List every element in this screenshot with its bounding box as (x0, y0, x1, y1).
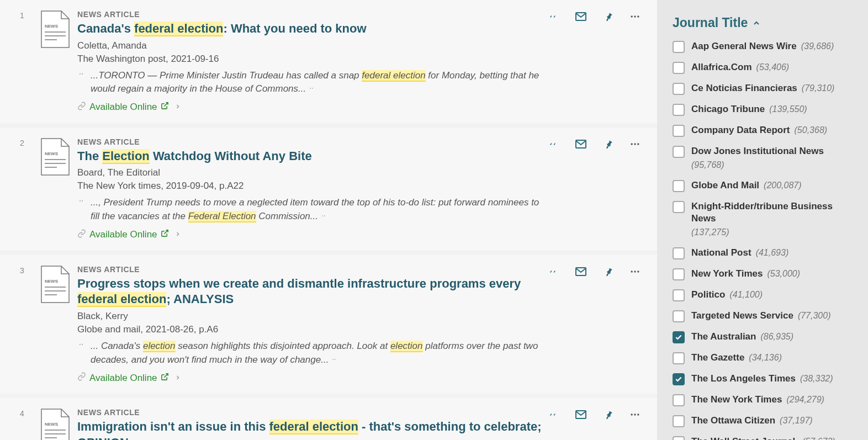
facet-checkbox[interactable] (673, 201, 685, 213)
facet-count: (37,197) (780, 415, 813, 427)
facet-checkbox[interactable] (673, 83, 685, 95)
facet-checkbox[interactable] (673, 146, 685, 158)
facet-label: Company Data Report (691, 124, 790, 136)
facet-row[interactable]: Allafrica.Com (53,406) (673, 61, 857, 74)
facet-row[interactable]: Knight-Ridder/tribune Business News (137… (673, 200, 857, 238)
facet-checkbox[interactable] (673, 373, 685, 385)
email-button[interactable] (574, 265, 588, 278)
pin-button[interactable] (603, 139, 614, 150)
cite-button[interactable] (547, 266, 559, 278)
facet-label: The Gazette (691, 352, 744, 364)
facet-checkbox[interactable] (673, 62, 685, 74)
cite-button[interactable] (547, 409, 559, 421)
result-title[interactable]: Progress stops when we create and disman… (77, 276, 547, 308)
result-type-icon: NEWS (33, 265, 77, 384)
facet-row[interactable]: Ce Noticias Financieras (79,310) (673, 82, 857, 95)
facet-checkbox[interactable] (673, 394, 685, 406)
available-online-link[interactable]: Available Online (77, 372, 547, 384)
facet-row[interactable]: The New York Times (294,279) (673, 394, 857, 406)
facet-row[interactable]: Chicago Tribune (139,550) (673, 103, 857, 116)
pin-button[interactable] (603, 266, 614, 277)
facet-checkbox[interactable] (673, 268, 685, 280)
facet-label: National Post (691, 247, 751, 259)
facet-row[interactable]: The Australian (86,935) (673, 331, 857, 343)
facet-label: Dow Jones Institutional News (691, 145, 824, 157)
email-button[interactable] (574, 408, 588, 421)
facet-checkbox[interactable] (673, 331, 685, 343)
facet-row[interactable]: Politico (41,100) (673, 289, 857, 301)
pin-button[interactable] (603, 409, 614, 420)
result-type-icon: NEWS (33, 137, 77, 241)
available-online-link[interactable]: Available Online (77, 229, 547, 241)
cite-button[interactable] (547, 138, 559, 150)
svg-point-26 (637, 271, 639, 272)
facet-row[interactable]: The Gazette (34,136) (673, 352, 857, 364)
chevron-right-icon (174, 373, 181, 384)
quote-close-icon (308, 83, 315, 94)
more-actions-button[interactable] (629, 409, 641, 420)
facet-checkbox[interactable] (673, 125, 685, 137)
facet-checkbox[interactable] (673, 180, 685, 192)
chevron-up-icon (752, 19, 761, 28)
facet-row[interactable]: Globe And Mail (200,087) (673, 179, 857, 192)
facet-row[interactable]: The Ottawa Citizen (37,197) (673, 415, 857, 427)
more-actions-button[interactable] (629, 11, 641, 22)
facet-checkbox[interactable] (673, 247, 685, 259)
result-title[interactable]: Canada's federal election: What you need… (77, 21, 547, 37)
quote-open-icon (77, 69, 85, 96)
facet-checkbox[interactable] (673, 104, 685, 116)
facet-count: (137,275) (691, 227, 729, 238)
svg-point-16 (634, 143, 636, 145)
svg-line-13 (164, 230, 168, 234)
facet-count: (95,768) (691, 160, 724, 171)
result-number: 4 (11, 408, 33, 440)
facet-row[interactable]: Company Data Report (50,368) (673, 124, 857, 137)
facet-row[interactable]: Dow Jones Institutional News (95,768) (673, 145, 857, 171)
facet-row[interactable]: Aap General News Wire (39,686) (673, 40, 857, 53)
facet-checkbox[interactable] (673, 352, 685, 364)
facet-count: (34,136) (749, 352, 782, 364)
external-link-icon (161, 373, 169, 384)
facet-row[interactable]: The Los Angeles Times (38,332) (673, 373, 857, 385)
news-document-icon: NEWS (40, 408, 70, 440)
facet-checkbox[interactable] (673, 436, 685, 440)
facet-row[interactable]: Targeted News Service (77,300) (673, 310, 857, 322)
facet-checkbox[interactable] (673, 289, 685, 301)
facet-row[interactable]: New York Times (53,000) (673, 268, 857, 280)
pin-button[interactable] (603, 11, 614, 22)
facet-row[interactable]: The Wall Street Journal. (57,673) (673, 436, 857, 440)
facet-count: (79,310) (802, 83, 835, 94)
svg-point-25 (634, 271, 636, 272)
email-button[interactable] (574, 137, 588, 151)
facet-label: Politico (691, 289, 725, 301)
email-button[interactable] (574, 10, 588, 23)
facet-heading-journal-title[interactable]: Journal Title (673, 15, 857, 30)
facet-label: Ce Noticias Financieras (691, 82, 797, 94)
facet-checkbox[interactable] (673, 310, 685, 322)
cite-button[interactable] (547, 10, 559, 23)
facet-count: (294,279) (786, 394, 824, 406)
facet-count: (77,300) (798, 310, 831, 322)
facet-label: Globe And Mail (691, 179, 759, 192)
more-actions-button[interactable] (629, 266, 641, 277)
result-number: 2 (11, 137, 33, 241)
result-title[interactable]: The Election Watchdog Without Any Bite (77, 149, 547, 165)
svg-point-17 (637, 143, 639, 145)
result-source: Globe and mail, 2021-08-26, p.A6 (77, 324, 547, 335)
svg-point-32 (631, 414, 633, 416)
facet-label: The Los Angeles Times (691, 373, 796, 385)
facet-checkbox[interactable] (673, 415, 685, 427)
facet-count: (53,000) (767, 268, 800, 280)
facet-row[interactable]: National Post (41,693) (673, 247, 857, 259)
result-title[interactable]: Immigration isn't an issue in this feder… (77, 419, 547, 440)
facet-count: (50,368) (795, 125, 828, 136)
available-online-link[interactable]: Available Online (77, 102, 547, 113)
result-card: 3 NEWS NEWS ARTICLE Progress stops when … (0, 255, 657, 394)
results-list: 1 NEWS NEWS ARTICLE Canada's federal ele… (0, 0, 657, 440)
news-document-icon: NEWS (40, 137, 70, 176)
link-icon (77, 229, 86, 241)
chevron-right-icon (174, 102, 181, 113)
facet-checkbox[interactable] (673, 41, 685, 53)
more-actions-button[interactable] (629, 139, 641, 150)
facet-label: Aap General News Wire (691, 40, 797, 52)
